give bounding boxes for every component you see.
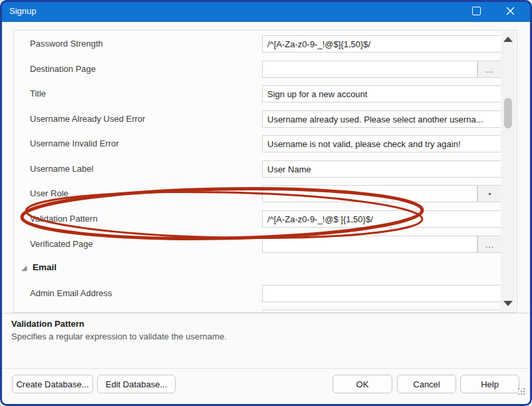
scrollbar[interactable] [501,31,515,311]
ok-button[interactable]: OK [332,375,392,393]
destination-page-input[interactable] [262,61,477,78]
signup-dialog: Signup Password Strength Destination Pag… [0,0,532,406]
resize-grip[interactable] [518,388,519,389]
ellipsis-icon: ... [485,67,494,73]
titlebar: Signup [0,0,532,22]
description-title: Validation Pattern [11,319,532,329]
scrollbar-down-button[interactable] [501,298,515,309]
username-used-error-input[interactable] [262,110,501,128]
username-label-label: Username Label [30,160,93,178]
property-grid: Password Strength Destination Page ... T… [13,30,517,313]
edit-database-button[interactable]: Edit Database... [97,375,176,393]
maximize-button[interactable] [462,0,491,22]
cancel-button[interactable]: Cancel [397,375,456,393]
username-used-error-label: Username Already Used Error [30,110,145,128]
scrollbar-thumb[interactable] [504,98,512,128]
scrollbar-up-button[interactable] [501,33,515,45]
row-title: Title [14,85,517,102]
row-username-invalid-error: Username Invalid Error [14,135,517,152]
scrollbar-down-icon [503,301,513,306]
user-role-dropdown-button[interactable]: ▼ [477,185,502,202]
row-username-label: Username Label [14,160,517,178]
section-email[interactable]: ◢ Email [14,260,517,276]
create-database-button[interactable]: Create Database... [12,375,93,393]
username-invalid-error-input[interactable] [262,135,501,152]
username-label-input[interactable] [262,160,501,178]
username-invalid-error-label: Username Invalid Error [30,135,119,152]
destination-page-browse-button[interactable]: ... [477,61,502,78]
user-role-label: User Role [30,185,68,202]
ellipsis-icon: ... [485,242,494,248]
chevron-down-icon: ▼ [487,192,492,196]
validation-pattern-label: Validation Pattern [30,210,98,228]
verificated-page-browse-button[interactable]: ... [477,236,502,253]
title-label: Title [30,85,46,102]
admin-email-input[interactable] [262,285,501,302]
title-input[interactable] [262,85,501,102]
row-destination-page: Destination Page ... [14,61,517,78]
password-strength-label: Password Strength [30,35,103,53]
row-validation-pattern: Validation Pattern [14,210,517,228]
maximize-icon [472,7,481,15]
admin-email-label: Admin Email Address [30,285,112,302]
row-password-strength: Password Strength [14,35,517,53]
footer: Create Database... Edit Database... OK C… [0,368,532,406]
destination-page-label: Destination Page [30,61,96,78]
close-icon [506,7,515,15]
close-button[interactable] [495,0,525,22]
user-role-input[interactable] [262,185,477,202]
row-username-used-error: Username Already Used Error [14,110,517,128]
verificated-page-input[interactable] [262,236,477,253]
verificated-page-label: Verificated Page [30,236,93,253]
row-verificated-page: Verificated Page ... [14,236,517,253]
row-user-role: User Role ▼ [14,185,517,202]
scrollbar-up-icon [503,37,513,42]
description-panel: Validation Pattern Specifies a regular e… [0,313,532,368]
validation-pattern-input[interactable] [262,210,501,228]
row-admin-email: Admin Email Address [14,285,517,302]
section-email-label: Email [33,260,57,276]
help-button[interactable]: Help [460,375,519,393]
description-text: Specifies a regular expression to valida… [11,331,532,341]
password-strength-input[interactable] [262,35,501,53]
section-collapse-icon[interactable]: ◢ [21,262,27,274]
window-title: Signup [9,0,36,22]
